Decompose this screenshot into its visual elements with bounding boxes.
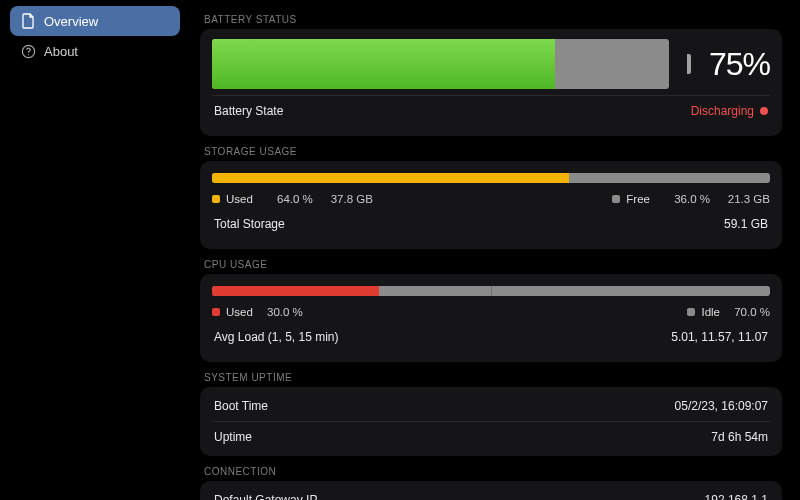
storage-legend: Used 64.0 % 37.8 GB Free 36.0 % 21.3 GB [212,189,770,205]
uptime-panel: Boot Time 05/2/23, 16:09:07 Uptime 7d 6h… [200,387,782,456]
storage-panel: Used 64.0 % 37.8 GB Free 36.0 % 21.3 GB … [200,161,782,249]
battery-panel: 75% Battery State Discharging [200,29,782,136]
legend-swatch-idle-icon [687,308,695,316]
status-dot-icon [760,107,768,115]
storage-fill [212,173,569,183]
sidebar-item-label: About [44,44,78,59]
total-storage-value: 59.1 GB [724,217,768,231]
legend-swatch-used-icon [212,308,220,316]
boot-time-label: Boot Time [214,399,268,413]
cpu-bar-tick-icon [491,286,492,296]
avg-load-value: 5.01, 11.57, 11.07 [671,330,768,344]
legend-swatch-used-icon [212,195,220,203]
battery-cap-icon [687,54,691,74]
sidebar-item-about[interactable]: About [10,36,180,66]
cpu-panel: Used 30.0 % Idle 70.0 % Avg Load (1, 5, … [200,274,782,362]
cpu-bar [212,286,770,296]
boot-time-value: 05/2/23, 16:09:07 [675,399,768,413]
cpu-fill [212,286,379,296]
uptime-value: 7d 6h 54m [711,430,768,444]
uptime-label: Uptime [214,430,252,444]
connection-panel: Default Gateway IP 192.168.1.1 DNS Serve… [200,481,782,500]
battery-state-label: Battery State [214,104,283,118]
battery-state-value: Discharging [691,104,768,118]
document-icon [20,13,36,29]
section-title-uptime: System Uptime [204,372,782,383]
legend-swatch-free-icon [612,195,620,203]
battery-fill [212,39,555,89]
gateway-ip-value: 192.168.1.1 [705,493,768,500]
gateway-ip-label: Default Gateway IP [214,493,317,500]
svg-point-1 [27,54,28,55]
question-circle-icon [20,43,36,59]
storage-bar [212,173,770,183]
section-title-battery: Battery Status [204,14,782,25]
section-title-cpu: CPU Usage [204,259,782,270]
sidebar-item-overview[interactable]: Overview [10,6,180,36]
total-storage-label: Total Storage [214,217,285,231]
sidebar-item-label: Overview [44,14,98,29]
section-title-storage: Storage Usage [204,146,782,157]
battery-bar [212,39,669,89]
avg-load-label: Avg Load (1, 5, 15 min) [214,330,339,344]
battery-percentage: 75% [709,46,770,83]
main-content: Battery Status 75% Battery State Dischar… [190,0,800,500]
cpu-legend: Used 30.0 % Idle 70.0 % [212,302,770,318]
section-title-connection: Connection [204,466,782,477]
sidebar: Overview About [0,0,190,500]
